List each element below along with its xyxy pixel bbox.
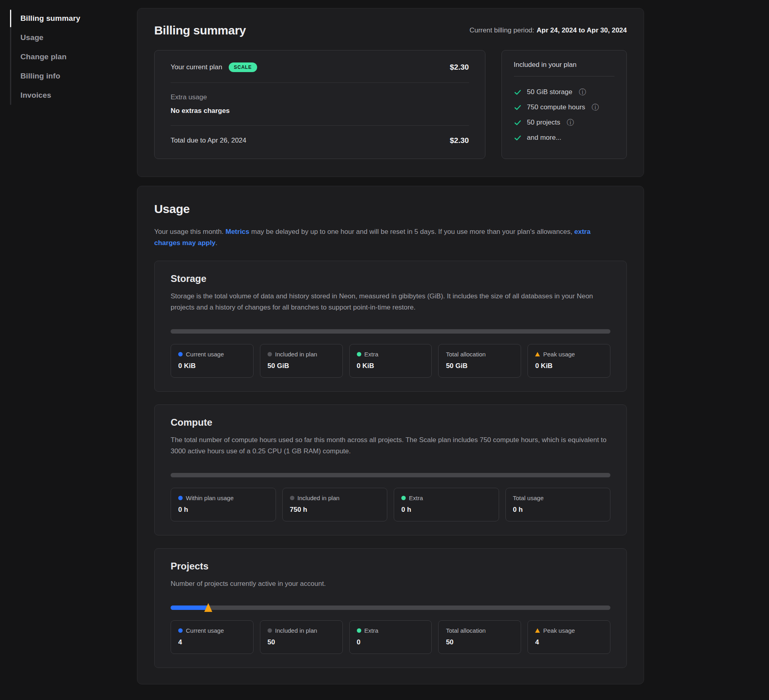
sidebar-item-invoices[interactable]: Invoices	[20, 86, 122, 105]
stat-value: 50 GiB	[268, 362, 335, 370]
billing-period-label: Current billing period:	[469, 26, 534, 34]
stat-label: Within plan usage	[186, 495, 234, 501]
stat-value: 0 KiB	[357, 362, 425, 370]
included-item-label: and more...	[527, 134, 562, 142]
stat-tile-included-in-plan: Included in plan 50	[260, 620, 343, 654]
stat-tile-total-usage: Total usage 0 h	[505, 488, 611, 521]
stat-label: Peak usage	[543, 351, 575, 358]
stat-value: 4	[535, 638, 603, 646]
included-item-label: 50 GiB storage	[527, 88, 572, 96]
check-icon	[514, 134, 521, 142]
included-item-projects: 50 projects ⓘ	[514, 115, 614, 130]
stat-tile-extra: Extra 0	[349, 620, 432, 654]
usage-title: Usage	[154, 202, 627, 216]
included-item-label: 50 projects	[527, 119, 560, 127]
divider	[514, 76, 614, 76]
projects-metric-card: Projects Number of projects currently ac…	[154, 548, 627, 668]
metrics-link[interactable]: Metrics	[225, 228, 250, 235]
stat-tile-total-allocation: Total allocation 50 GiB	[438, 344, 521, 378]
current-usage-dot-icon	[178, 352, 183, 356]
compute-metric-card: Compute The total number of compute hour…	[154, 404, 627, 535]
compute-progress-bar	[171, 473, 610, 477]
included-dot-icon	[290, 496, 294, 500]
stat-tile-total-allocation: Total allocation 50	[438, 620, 521, 654]
stat-value: 750 h	[290, 506, 380, 514]
stat-tile-included-in-plan: Included in plan 50 GiB	[260, 344, 343, 378]
extra-dot-icon	[357, 628, 361, 633]
stat-label: Total allocation	[446, 627, 485, 634]
total-due-label: Total due to Apr 26, 2024	[171, 137, 246, 145]
stat-value: 0 h	[178, 506, 268, 514]
usage-intro: Your usage this month. Metrics may be de…	[154, 226, 615, 249]
included-title: Included in your plan	[514, 61, 614, 69]
divider	[171, 125, 469, 126]
stat-value: 0	[357, 638, 425, 646]
billing-summary-card: Billing summary Current billing period:A…	[137, 8, 644, 177]
stat-value: 0 h	[401, 506, 491, 514]
sidebar-item-billing-info[interactable]: Billing info	[20, 66, 122, 86]
storage-description: Storage is the total volume of data and …	[171, 291, 610, 313]
stat-value: 50	[446, 638, 513, 646]
stat-tile-included-in-plan: Included in plan 750 h	[282, 488, 388, 521]
info-icon[interactable]: ⓘ	[579, 89, 586, 96]
current-plan-label: Your current plan	[171, 63, 222, 71]
sidebar-item-change-plan[interactable]: Change plan	[20, 47, 122, 66]
usage-card: Usage Your usage this month. Metrics may…	[137, 186, 644, 684]
current-plan-card: Your current plan SCALE $2.30 Extra usag…	[154, 50, 485, 159]
stat-label: Extra	[364, 627, 378, 634]
check-icon	[514, 104, 521, 111]
info-icon[interactable]: ⓘ	[592, 104, 599, 111]
sidebar-item-usage[interactable]: Usage	[20, 28, 122, 47]
stat-label: Total allocation	[446, 351, 485, 358]
billing-period-value: Apr 24, 2024 to Apr 30, 2024	[537, 26, 627, 34]
included-item-more: and more...	[514, 130, 614, 145]
billing-summary-title: Billing summary	[154, 24, 246, 37]
stat-label: Current usage	[186, 627, 224, 634]
included-dot-icon	[268, 352, 272, 356]
stat-tile-current-usage: Current usage 0 KiB	[171, 344, 254, 378]
storage-title: Storage	[171, 273, 610, 284]
stat-label: Included in plan	[275, 627, 317, 634]
included-dot-icon	[268, 628, 272, 633]
stat-value: 0 h	[513, 506, 603, 514]
projects-progress-fill	[171, 605, 208, 610]
stat-value: 0 KiB	[178, 362, 246, 370]
extra-usage-label: Extra usage	[171, 93, 469, 101]
compute-description: The total number of compute hours used s…	[171, 434, 610, 457]
divider	[171, 82, 469, 83]
stat-value: 50 GiB	[446, 362, 513, 370]
stat-tile-extra: Extra 0 KiB	[349, 344, 432, 378]
within-plan-dot-icon	[178, 496, 183, 500]
info-icon[interactable]: ⓘ	[567, 119, 574, 126]
stat-label: Extra	[409, 495, 423, 501]
stat-value: 50	[268, 638, 335, 646]
plan-amount: $2.30	[450, 63, 469, 72]
stat-value: 4	[178, 638, 246, 646]
stat-tile-within-plan-usage: Within plan usage 0 h	[171, 488, 276, 521]
extra-dot-icon	[401, 496, 406, 500]
billing-sidebar: Billing summary Usage Change plan Billin…	[10, 9, 122, 105]
stat-label: Included in plan	[298, 495, 340, 501]
compute-title: Compute	[171, 417, 610, 428]
peak-usage-triangle-icon	[535, 628, 540, 633]
total-due-amount: $2.30	[450, 136, 469, 145]
plan-badge: SCALE	[229, 62, 257, 72]
stat-tile-peak-usage: Peak usage 0 KiB	[527, 344, 610, 378]
stat-label: Total usage	[513, 495, 544, 501]
included-in-plan-card: Included in your plan 50 GiB storage ⓘ	[501, 50, 627, 159]
usage-intro-text: Your usage this month.	[154, 228, 225, 235]
peak-usage-triangle-icon	[535, 352, 540, 356]
stat-tile-current-usage: Current usage 4	[171, 620, 254, 654]
billing-period: Current billing period:Apr 24, 2024 to A…	[469, 26, 627, 34]
projects-title: Projects	[171, 561, 610, 572]
stat-label: Extra	[364, 351, 378, 358]
sidebar-active-indicator	[10, 10, 11, 27]
projects-progress-bar	[171, 605, 610, 610]
extra-dot-icon	[357, 352, 361, 356]
projects-description: Number of projects currently active in y…	[171, 578, 610, 589]
stat-tile-extra: Extra 0 h	[394, 488, 499, 521]
usage-intro-text: .	[215, 239, 217, 247]
stat-label: Included in plan	[275, 351, 317, 358]
sidebar-item-billing-summary[interactable]: Billing summary	[20, 9, 122, 28]
storage-progress-bar	[171, 329, 610, 334]
